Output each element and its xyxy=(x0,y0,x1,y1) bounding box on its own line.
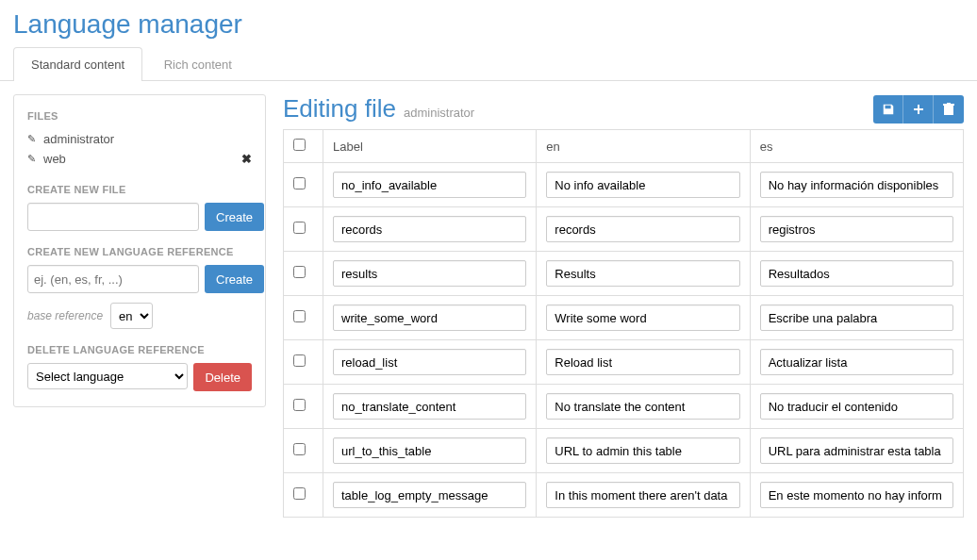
file-name[interactable]: administrator xyxy=(43,132,252,146)
table-row xyxy=(284,340,964,385)
save-icon[interactable] xyxy=(873,95,903,124)
label-input[interactable] xyxy=(333,172,526,198)
column-header-label: Label xyxy=(323,130,537,163)
en-input[interactable] xyxy=(546,305,739,331)
row-checkbox[interactable] xyxy=(293,354,306,367)
page-title: Language manager xyxy=(0,0,977,47)
row-checkbox[interactable] xyxy=(293,443,306,455)
column-header-es: es xyxy=(750,130,963,163)
es-input[interactable] xyxy=(760,482,953,508)
base-reference-label: base reference xyxy=(27,309,103,322)
label-input[interactable] xyxy=(333,393,526,420)
table-row xyxy=(284,385,964,429)
table-row xyxy=(284,473,964,518)
en-input[interactable] xyxy=(546,216,739,242)
en-input[interactable] xyxy=(546,260,739,287)
edit-icon[interactable]: ✎ xyxy=(27,133,36,145)
row-checkbox[interactable] xyxy=(293,222,306,234)
file-name[interactable]: web xyxy=(43,152,241,166)
trash-icon[interactable] xyxy=(934,95,964,124)
files-heading: FILES xyxy=(27,110,252,122)
select-all-checkbox[interactable] xyxy=(293,139,306,151)
label-input[interactable] xyxy=(333,482,526,508)
create-lang-input[interactable] xyxy=(27,265,199,293)
main-panel: Editing file administrator Label en xyxy=(283,94,964,518)
create-file-heading: CREATE NEW FILE xyxy=(27,184,252,195)
add-icon[interactable] xyxy=(903,95,934,124)
es-input[interactable] xyxy=(760,437,953,464)
delete-lang-button[interactable]: Delete xyxy=(193,363,252,391)
es-input[interactable] xyxy=(760,216,953,242)
table-row xyxy=(284,296,964,340)
en-input[interactable] xyxy=(546,393,739,420)
tabs: Standard content Rich content xyxy=(0,47,977,81)
create-lang-button[interactable]: Create xyxy=(205,265,264,293)
svg-rect-1 xyxy=(914,108,923,110)
tab-rich-content[interactable]: Rich content xyxy=(146,47,250,81)
label-input[interactable] xyxy=(333,260,526,287)
label-input[interactable] xyxy=(333,305,526,331)
table-row xyxy=(284,207,964,252)
svg-rect-2 xyxy=(944,106,953,115)
label-input[interactable] xyxy=(333,437,526,464)
create-file-input[interactable] xyxy=(27,203,199,231)
es-input[interactable] xyxy=(760,305,953,331)
svg-rect-3 xyxy=(943,104,954,106)
create-lang-heading: CREATE NEW LANGUAGE REFERENCE xyxy=(27,246,252,257)
label-input[interactable] xyxy=(333,216,526,242)
file-row: ✎ administrator xyxy=(27,129,252,149)
row-checkbox[interactable] xyxy=(293,266,306,278)
column-header-en: en xyxy=(537,130,750,163)
tab-standard-content[interactable]: Standard content xyxy=(13,47,142,81)
editing-file-title: Editing file xyxy=(283,94,396,124)
en-input[interactable] xyxy=(546,172,739,198)
sidebar: FILES ✎ administrator ✎ web ✖ CREATE NEW… xyxy=(13,94,266,407)
delete-lang-heading: DELETE LANGUAGE REFERENCE xyxy=(27,344,252,355)
base-reference-select[interactable]: en xyxy=(110,303,153,329)
es-input[interactable] xyxy=(760,260,953,287)
edit-icon[interactable]: ✎ xyxy=(27,153,36,165)
close-icon[interactable]: ✖ xyxy=(241,152,252,166)
es-input[interactable] xyxy=(760,393,953,420)
row-checkbox[interactable] xyxy=(293,177,306,189)
table-row xyxy=(284,163,964,207)
editing-file-subtitle: administrator xyxy=(404,106,474,120)
label-input[interactable] xyxy=(333,349,526,375)
row-checkbox[interactable] xyxy=(293,487,306,500)
translation-table: Label en es xyxy=(283,129,964,518)
row-checkbox[interactable] xyxy=(293,310,306,322)
svg-rect-4 xyxy=(947,103,951,104)
en-input[interactable] xyxy=(546,349,739,375)
file-row: ✎ web ✖ xyxy=(27,149,252,169)
row-checkbox[interactable] xyxy=(293,399,306,411)
es-input[interactable] xyxy=(760,172,953,198)
en-input[interactable] xyxy=(546,437,739,464)
table-row xyxy=(284,429,964,473)
action-button-group xyxy=(873,95,964,124)
delete-lang-select[interactable]: Select language xyxy=(27,363,188,389)
es-input[interactable] xyxy=(760,349,953,375)
table-row xyxy=(284,252,964,296)
en-input[interactable] xyxy=(546,482,739,508)
create-file-button[interactable]: Create xyxy=(205,203,264,231)
